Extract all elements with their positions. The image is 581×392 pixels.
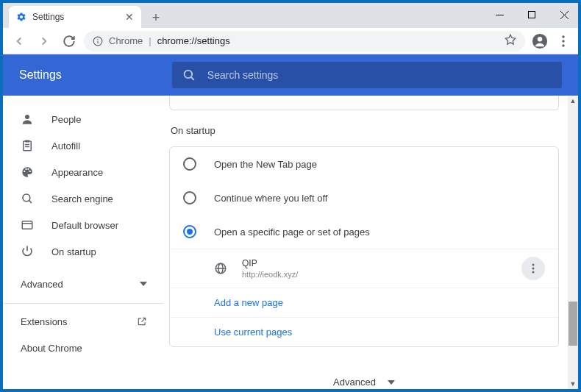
sidebar-item-label: Default browser bbox=[51, 220, 118, 231]
svg-point-11 bbox=[562, 40, 564, 42]
svg-marker-7 bbox=[505, 35, 515, 44]
settings-search[interactable] bbox=[172, 62, 562, 88]
svg-rect-17 bbox=[25, 140, 29, 143]
bookmark-star-icon[interactable] bbox=[505, 34, 516, 48]
sidebar-item-label: On startup bbox=[51, 246, 96, 257]
tab-title: Settings bbox=[32, 12, 64, 22]
sidebar-item-label: Autofill bbox=[51, 140, 80, 152]
sidebar-item-label: People bbox=[51, 114, 81, 125]
sidebar-item-default-browser[interactable]: Default browser bbox=[3, 212, 163, 238]
sidebar-advanced-toggle[interactable]: Advanced bbox=[3, 269, 163, 299]
svg-line-21 bbox=[29, 200, 32, 203]
svg-rect-1 bbox=[529, 12, 535, 18]
radio-icon bbox=[183, 225, 196, 238]
scroll-up-arrow[interactable]: ▲ bbox=[568, 96, 578, 106]
startup-page-name: QIP bbox=[242, 258, 507, 268]
startup-page-url: http://ieodk.xyz/ bbox=[242, 270, 507, 279]
svg-point-29 bbox=[532, 264, 535, 266]
omnibox-prefix: Chrome bbox=[109, 35, 143, 46]
clipboard-icon bbox=[21, 139, 34, 152]
external-link-icon bbox=[137, 316, 147, 327]
sidebar-item-search-engine[interactable]: Search engine bbox=[3, 185, 163, 212]
section-title: On startup bbox=[169, 125, 559, 136]
extensions-label: Extensions bbox=[21, 316, 68, 327]
omnibox-url: chrome://settings bbox=[157, 35, 230, 46]
back-button[interactable] bbox=[9, 31, 29, 51]
radio-label: Open the New Tab page bbox=[214, 159, 317, 170]
sidebar-item-label: Search engine bbox=[51, 193, 113, 204]
settings-sidebar: People Autofill Appearance Search engine… bbox=[3, 96, 163, 389]
radio-new-tab[interactable]: Open the New Tab page bbox=[170, 147, 558, 181]
sidebar-item-people[interactable]: People bbox=[3, 106, 163, 132]
add-new-page-link[interactable]: Add a new page bbox=[170, 288, 558, 317]
power-icon bbox=[21, 245, 34, 258]
browser-menu-button[interactable] bbox=[555, 31, 572, 51]
page-entry-menu-button[interactable] bbox=[521, 257, 545, 280]
new-tab-button[interactable]: + bbox=[146, 7, 166, 28]
profile-button[interactable] bbox=[530, 31, 550, 51]
advanced-label: Advanced bbox=[333, 377, 376, 388]
svg-point-10 bbox=[562, 35, 564, 38]
svg-marker-25 bbox=[140, 282, 147, 286]
svg-point-6 bbox=[97, 38, 98, 39]
address-bar[interactable]: Chrome | chrome://settings bbox=[84, 31, 525, 51]
scroll-down-arrow[interactable]: ▼ bbox=[568, 379, 578, 389]
settings-content: On startup Open the New Tab page Continu… bbox=[163, 96, 578, 389]
radio-label: Continue where you left off bbox=[214, 193, 327, 204]
close-icon[interactable]: ✕ bbox=[125, 11, 134, 23]
previous-section-card-edge bbox=[169, 96, 559, 110]
sidebar-divider bbox=[3, 303, 163, 304]
forward-button[interactable] bbox=[34, 31, 54, 51]
radio-specific-page[interactable]: Open a specific page or set of pages bbox=[170, 215, 558, 249]
sidebar-item-appearance[interactable]: Appearance bbox=[3, 159, 163, 185]
svg-marker-32 bbox=[388, 380, 395, 385]
about-label: About Chrome bbox=[21, 343, 82, 354]
palette-icon bbox=[21, 165, 34, 179]
svg-point-20 bbox=[23, 194, 30, 202]
browser-tab[interactable]: Settings ✕ bbox=[9, 6, 141, 28]
content-advanced-toggle[interactable]: Advanced bbox=[169, 377, 559, 388]
settings-header: Settings bbox=[3, 54, 578, 96]
svg-rect-16 bbox=[24, 141, 32, 151]
search-icon bbox=[21, 192, 34, 205]
scrollbar-thumb[interactable] bbox=[568, 302, 577, 346]
svg-point-31 bbox=[532, 271, 535, 274]
omnibox-divider: | bbox=[149, 35, 151, 46]
search-icon bbox=[182, 68, 196, 82]
sidebar-extensions[interactable]: Extensions bbox=[3, 308, 163, 335]
gear-icon bbox=[16, 12, 26, 22]
sidebar-item-on-startup[interactable]: On startup bbox=[3, 238, 163, 265]
more-vert-icon bbox=[532, 263, 535, 274]
vertical-scrollbar[interactable]: ▲ ▼ bbox=[568, 96, 578, 389]
globe-icon bbox=[214, 262, 227, 275]
radio-label: Open a specific page or set of pages bbox=[214, 227, 370, 238]
reload-button[interactable] bbox=[59, 31, 79, 51]
svg-point-13 bbox=[184, 71, 192, 79]
search-input[interactable] bbox=[207, 69, 552, 81]
page-title: Settings bbox=[19, 68, 62, 82]
window-close-button[interactable] bbox=[553, 6, 575, 24]
browser-toolbar: Chrome | chrome://settings bbox=[3, 28, 578, 54]
minimize-button[interactable] bbox=[488, 6, 510, 24]
tab-strip: Settings ✕ + bbox=[3, 3, 578, 28]
chevron-down-icon bbox=[140, 282, 147, 286]
window-controls bbox=[488, 6, 575, 24]
maximize-button[interactable] bbox=[521, 6, 543, 24]
sidebar-item-autofill[interactable]: Autofill bbox=[3, 132, 163, 159]
chevron-down-icon bbox=[388, 380, 395, 385]
svg-point-12 bbox=[562, 44, 564, 46]
svg-point-30 bbox=[532, 268, 535, 270]
sidebar-item-label: Appearance bbox=[51, 167, 103, 178]
info-icon bbox=[93, 36, 103, 46]
browser-icon bbox=[21, 218, 34, 232]
person-icon bbox=[21, 113, 34, 126]
sidebar-about-chrome[interactable]: About Chrome bbox=[3, 335, 163, 361]
radio-icon bbox=[183, 191, 196, 204]
startup-card: Open the New Tab page Continue where you… bbox=[169, 146, 559, 347]
advanced-label: Advanced bbox=[21, 279, 63, 290]
use-current-pages-link[interactable]: Use current pages bbox=[170, 317, 558, 346]
radio-continue[interactable]: Continue where you left off bbox=[170, 181, 558, 215]
svg-point-15 bbox=[25, 115, 29, 119]
svg-rect-22 bbox=[22, 221, 32, 229]
radio-icon bbox=[183, 157, 196, 171]
